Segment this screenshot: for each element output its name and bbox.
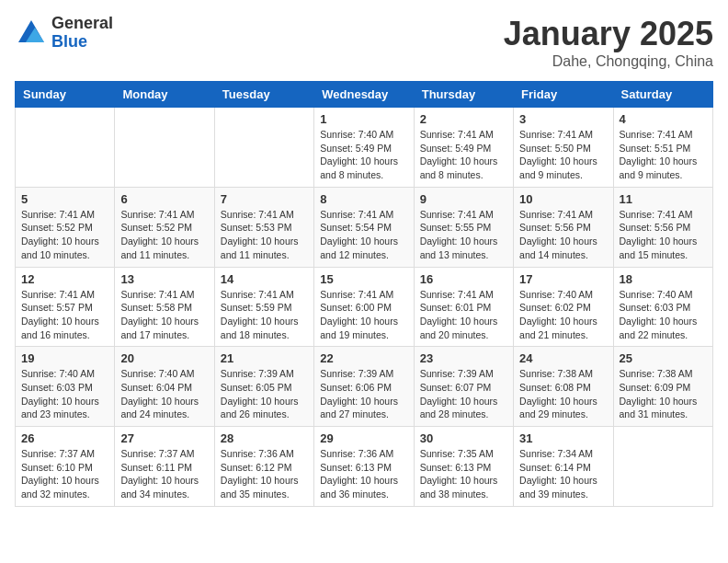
day-number: 23 bbox=[420, 351, 507, 365]
day-info: Sunrise: 7:41 AMSunset: 5:55 PMDaylight:… bbox=[420, 208, 507, 262]
day-number: 29 bbox=[320, 431, 407, 445]
calendar-header-row: SundayMondayTuesdayWednesdayThursdayFrid… bbox=[16, 82, 713, 108]
day-info: Sunrise: 7:41 AMSunset: 6:01 PMDaylight:… bbox=[420, 288, 507, 342]
logo-text: General Blue bbox=[51, 15, 113, 52]
weekday-header: Tuesday bbox=[214, 82, 313, 108]
month-title: January 2025 bbox=[504, 15, 713, 53]
day-info: Sunrise: 7:37 AMSunset: 6:11 PMDaylight:… bbox=[120, 447, 208, 501]
day-info: Sunrise: 7:40 AMSunset: 6:03 PMDaylight:… bbox=[21, 367, 108, 421]
calendar-cell: 29Sunrise: 7:36 AMSunset: 6:13 PMDayligh… bbox=[314, 427, 414, 507]
day-info: Sunrise: 7:41 AMSunset: 6:00 PMDaylight:… bbox=[320, 288, 407, 342]
day-info: Sunrise: 7:40 AMSunset: 5:49 PMDaylight:… bbox=[320, 128, 407, 182]
calendar-cell: 13Sunrise: 7:41 AMSunset: 5:58 PMDayligh… bbox=[115, 267, 214, 347]
day-number: 11 bbox=[620, 192, 707, 206]
day-info: Sunrise: 7:38 AMSunset: 6:09 PMDaylight:… bbox=[620, 367, 707, 421]
logo-blue-text: Blue bbox=[51, 33, 113, 52]
calendar-cell: 11Sunrise: 7:41 AMSunset: 5:56 PMDayligh… bbox=[613, 187, 712, 267]
day-info: Sunrise: 7:41 AMSunset: 5:50 PMDaylight:… bbox=[519, 128, 607, 182]
day-number: 17 bbox=[519, 272, 607, 286]
day-info: Sunrise: 7:41 AMSunset: 5:52 PMDaylight:… bbox=[120, 208, 208, 262]
day-info: Sunrise: 7:41 AMSunset: 5:56 PMDaylight:… bbox=[519, 208, 607, 262]
calendar-cell: 12Sunrise: 7:41 AMSunset: 5:57 PMDayligh… bbox=[16, 267, 115, 347]
weekday-header: Monday bbox=[115, 82, 214, 108]
day-info: Sunrise: 7:41 AMSunset: 5:59 PMDaylight:… bbox=[221, 288, 308, 342]
calendar-week-row: 19Sunrise: 7:40 AMSunset: 6:03 PMDayligh… bbox=[16, 347, 713, 427]
day-number: 1 bbox=[320, 112, 407, 126]
day-number: 10 bbox=[519, 192, 607, 206]
calendar-cell: 9Sunrise: 7:41 AMSunset: 5:55 PMDaylight… bbox=[414, 187, 513, 267]
day-info: Sunrise: 7:39 AMSunset: 6:07 PMDaylight:… bbox=[420, 367, 507, 421]
day-info: Sunrise: 7:41 AMSunset: 5:58 PMDaylight:… bbox=[120, 288, 208, 342]
calendar-cell: 7Sunrise: 7:41 AMSunset: 5:53 PMDaylight… bbox=[214, 187, 313, 267]
calendar-cell bbox=[214, 108, 313, 188]
day-info: Sunrise: 7:41 AMSunset: 5:51 PMDaylight:… bbox=[620, 128, 707, 182]
day-number: 4 bbox=[620, 112, 707, 126]
calendar-cell bbox=[16, 108, 115, 188]
weekday-header: Wednesday bbox=[314, 82, 414, 108]
day-info: Sunrise: 7:40 AMSunset: 6:03 PMDaylight:… bbox=[620, 288, 707, 342]
logo: General Blue bbox=[15, 15, 113, 52]
calendar-cell: 4Sunrise: 7:41 AMSunset: 5:51 PMDaylight… bbox=[613, 108, 712, 188]
calendar-cell: 22Sunrise: 7:39 AMSunset: 6:06 PMDayligh… bbox=[314, 347, 414, 427]
day-number: 25 bbox=[620, 351, 707, 365]
calendar-cell: 10Sunrise: 7:41 AMSunset: 5:56 PMDayligh… bbox=[514, 187, 613, 267]
day-info: Sunrise: 7:37 AMSunset: 6:10 PMDaylight:… bbox=[21, 447, 108, 501]
day-number: 31 bbox=[519, 431, 607, 445]
calendar-cell: 31Sunrise: 7:34 AMSunset: 6:14 PMDayligh… bbox=[514, 427, 613, 507]
day-number: 7 bbox=[221, 192, 308, 206]
day-number: 8 bbox=[320, 192, 407, 206]
day-number: 18 bbox=[620, 272, 707, 286]
header: General Blue January 2025 Dahe, Chongqin… bbox=[15, 15, 713, 70]
day-info: Sunrise: 7:34 AMSunset: 6:14 PMDaylight:… bbox=[519, 447, 607, 501]
weekday-header: Saturday bbox=[613, 82, 712, 108]
calendar-cell: 28Sunrise: 7:36 AMSunset: 6:12 PMDayligh… bbox=[214, 427, 313, 507]
calendar-table: SundayMondayTuesdayWednesdayThursdayFrid… bbox=[15, 81, 713, 507]
day-number: 16 bbox=[420, 272, 507, 286]
day-number: 12 bbox=[21, 272, 108, 286]
calendar-cell: 8Sunrise: 7:41 AMSunset: 5:54 PMDaylight… bbox=[314, 187, 414, 267]
calendar-cell: 1Sunrise: 7:40 AMSunset: 5:49 PMDaylight… bbox=[314, 108, 414, 188]
calendar-cell: 20Sunrise: 7:40 AMSunset: 6:04 PMDayligh… bbox=[115, 347, 214, 427]
day-number: 27 bbox=[120, 431, 208, 445]
logo-icon bbox=[15, 17, 48, 50]
calendar-week-row: 5Sunrise: 7:41 AMSunset: 5:52 PMDaylight… bbox=[16, 187, 713, 267]
calendar-cell: 5Sunrise: 7:41 AMSunset: 5:52 PMDaylight… bbox=[16, 187, 115, 267]
day-number: 26 bbox=[21, 431, 108, 445]
calendar-cell: 26Sunrise: 7:37 AMSunset: 6:10 PMDayligh… bbox=[16, 427, 115, 507]
location: Dahe, Chongqing, China bbox=[504, 53, 713, 70]
calendar-cell: 16Sunrise: 7:41 AMSunset: 6:01 PMDayligh… bbox=[414, 267, 513, 347]
calendar-cell: 3Sunrise: 7:41 AMSunset: 5:50 PMDaylight… bbox=[514, 108, 613, 188]
day-number: 28 bbox=[221, 431, 308, 445]
day-info: Sunrise: 7:36 AMSunset: 6:13 PMDaylight:… bbox=[320, 447, 407, 501]
day-info: Sunrise: 7:39 AMSunset: 6:06 PMDaylight:… bbox=[320, 367, 407, 421]
calendar-cell: 17Sunrise: 7:40 AMSunset: 6:02 PMDayligh… bbox=[514, 267, 613, 347]
day-info: Sunrise: 7:35 AMSunset: 6:13 PMDaylight:… bbox=[420, 447, 507, 501]
calendar-cell: 30Sunrise: 7:35 AMSunset: 6:13 PMDayligh… bbox=[414, 427, 513, 507]
day-number: 20 bbox=[120, 351, 208, 365]
day-number: 21 bbox=[221, 351, 308, 365]
day-number: 24 bbox=[519, 351, 607, 365]
day-info: Sunrise: 7:41 AMSunset: 5:56 PMDaylight:… bbox=[620, 208, 707, 262]
title-block: January 2025 Dahe, Chongqing, China bbox=[504, 15, 713, 70]
calendar-cell: 19Sunrise: 7:40 AMSunset: 6:03 PMDayligh… bbox=[16, 347, 115, 427]
calendar-cell: 27Sunrise: 7:37 AMSunset: 6:11 PMDayligh… bbox=[115, 427, 214, 507]
day-info: Sunrise: 7:38 AMSunset: 6:08 PMDaylight:… bbox=[519, 367, 607, 421]
day-info: Sunrise: 7:40 AMSunset: 6:04 PMDaylight:… bbox=[120, 367, 208, 421]
calendar-cell bbox=[613, 427, 712, 507]
day-number: 22 bbox=[320, 351, 407, 365]
day-info: Sunrise: 7:40 AMSunset: 6:02 PMDaylight:… bbox=[519, 288, 607, 342]
calendar-cell: 15Sunrise: 7:41 AMSunset: 6:00 PMDayligh… bbox=[314, 267, 414, 347]
calendar-week-row: 1Sunrise: 7:40 AMSunset: 5:49 PMDaylight… bbox=[16, 108, 713, 188]
calendar-cell: 18Sunrise: 7:40 AMSunset: 6:03 PMDayligh… bbox=[613, 267, 712, 347]
calendar-week-row: 26Sunrise: 7:37 AMSunset: 6:10 PMDayligh… bbox=[16, 427, 713, 507]
day-info: Sunrise: 7:41 AMSunset: 5:49 PMDaylight:… bbox=[420, 128, 507, 182]
weekday-header: Thursday bbox=[414, 82, 513, 108]
day-number: 6 bbox=[120, 192, 208, 206]
day-number: 15 bbox=[320, 272, 407, 286]
weekday-header: Friday bbox=[514, 82, 613, 108]
day-info: Sunrise: 7:41 AMSunset: 5:57 PMDaylight:… bbox=[21, 288, 108, 342]
weekday-header: Sunday bbox=[16, 82, 115, 108]
calendar-cell: 24Sunrise: 7:38 AMSunset: 6:08 PMDayligh… bbox=[514, 347, 613, 427]
day-info: Sunrise: 7:39 AMSunset: 6:05 PMDaylight:… bbox=[221, 367, 308, 421]
calendar-cell: 2Sunrise: 7:41 AMSunset: 5:49 PMDaylight… bbox=[414, 108, 513, 188]
